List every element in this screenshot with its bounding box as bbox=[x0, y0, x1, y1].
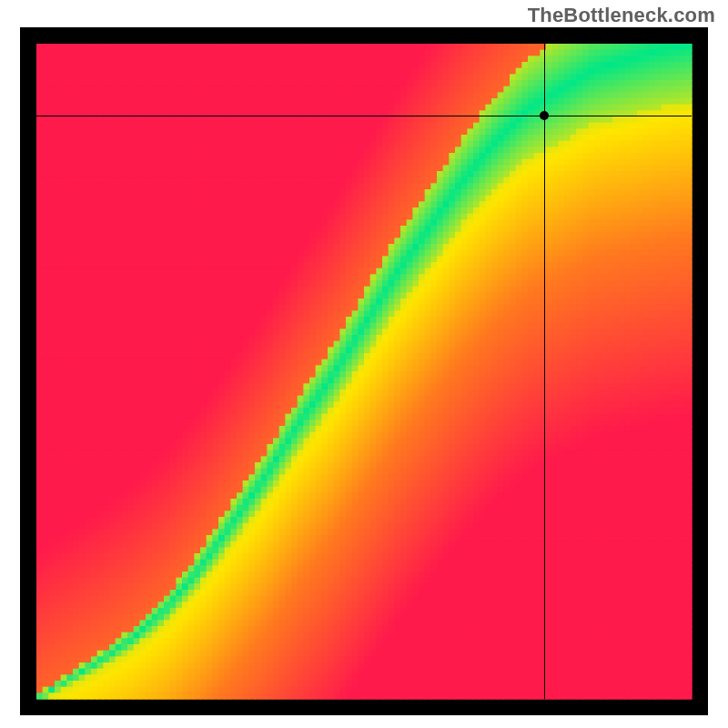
attribution-text: TheBottleneck.com bbox=[528, 4, 715, 27]
chart-frame bbox=[20, 27, 708, 715]
heatmap-canvas bbox=[20, 27, 708, 715]
